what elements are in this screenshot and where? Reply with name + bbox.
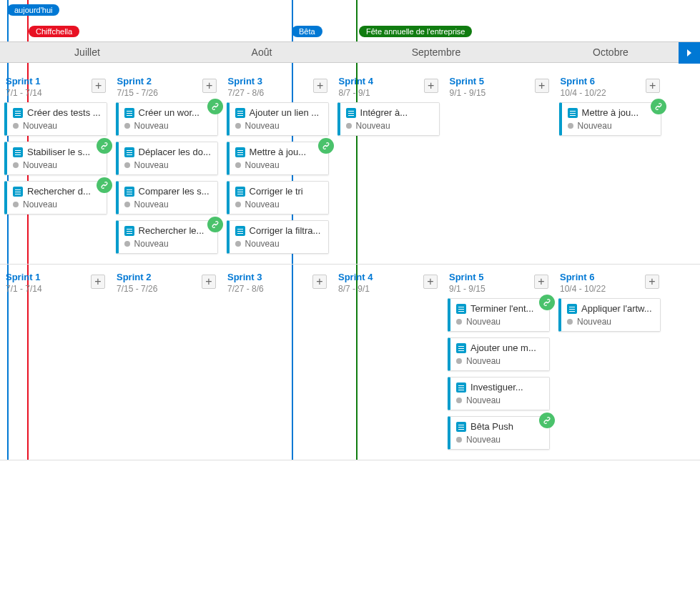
state-dot-icon <box>124 241 130 247</box>
work-item-card[interactable]: Mettre à jou...Nouveau <box>559 102 661 136</box>
sprint-title[interactable]: Sprint 1 <box>6 76 106 87</box>
state-dot-icon <box>235 202 241 207</box>
work-item-type-icon <box>13 108 23 118</box>
work-item-type-icon <box>124 187 134 197</box>
work-item-card[interactable]: Intégrer à...Nouveau <box>337 102 440 136</box>
work-item-card[interactable]: Ajouter un lien ...Nouveau <box>227 102 329 136</box>
work-item-card[interactable]: Corriger la filtra...Nouveau <box>227 220 329 254</box>
work-item-state: Nouveau <box>466 435 501 445</box>
work-item-title: Comparer les s... <box>139 186 209 197</box>
work-item-title: Déplacer les do... <box>139 147 211 157</box>
sprint-column: Sprint 610/4 - 10/22+Appliquer l'artw...… <box>554 265 665 460</box>
add-work-item-button[interactable]: + <box>424 79 438 93</box>
sprint-header: Sprint 48/7 - 9/1+ <box>337 73 440 102</box>
sprint-header: Sprint 59/1 - 9/15+ <box>448 73 551 102</box>
plus-icon: + <box>428 80 434 92</box>
sprint-header: Sprint 48/7 - 9/1+ <box>337 269 439 298</box>
add-work-item-button[interactable]: + <box>313 79 327 93</box>
sprint-header: Sprint 17/1 - 7/14+ <box>4 73 107 102</box>
work-item-card[interactable]: Mettre à jou...Nouveau <box>227 142 329 175</box>
state-dot-icon <box>13 202 19 207</box>
work-item-title: Mettre à jou... <box>582 107 639 118</box>
work-item-title: Créer des tests ... <box>27 107 101 118</box>
work-item-state: Nouveau <box>245 239 280 249</box>
plus-icon: + <box>95 80 102 92</box>
link-badge-icon <box>539 413 555 428</box>
sprint-column: Sprint 27/15 - 7/26+ <box>111 265 222 460</box>
work-item-state: Nouveau <box>23 121 57 131</box>
state-dot-icon <box>456 319 462 325</box>
work-item-title: Appliquer l'artw... <box>581 303 652 314</box>
sprint-title[interactable]: Sprint 6 <box>561 76 660 87</box>
add-work-item-button[interactable]: + <box>645 275 659 289</box>
chevron-right-icon <box>686 47 693 59</box>
add-work-item-button[interactable]: + <box>202 79 217 93</box>
state-dot-icon <box>235 162 241 168</box>
state-dot-icon <box>13 162 19 168</box>
work-item-state: Nouveau <box>245 121 280 131</box>
add-work-item-button[interactable]: + <box>646 79 660 93</box>
work-item-state: Nouveau <box>466 317 501 327</box>
work-item-state: Nouveau <box>245 199 280 209</box>
work-item-card[interactable]: Investiguer...Nouveau <box>448 377 550 410</box>
sprint-dates: 7/15 - 7/26 <box>117 88 217 98</box>
work-item-card[interactable]: Créer des tests ...Nouveau <box>4 102 107 136</box>
add-work-item-button[interactable]: + <box>92 79 106 93</box>
work-item-card[interactable]: Déplacer les do...Nouveau <box>116 142 218 175</box>
sprint-column: Sprint 17/1 - 7/14+ <box>0 265 111 460</box>
sprint-header: Sprint 37/27 - 8/6+ <box>227 73 329 102</box>
add-work-item-button[interactable]: + <box>423 275 438 289</box>
work-item-card[interactable]: Rechercher d...Nouveau <box>4 181 107 214</box>
sprint-title[interactable]: Sprint 4 <box>339 76 438 87</box>
work-item-state: Nouveau <box>578 121 612 131</box>
work-item-title: Corriger la filtra... <box>250 225 321 236</box>
work-item-card[interactable]: Stabiliser le s...Nouveau <box>4 142 107 175</box>
plus-icon: + <box>538 276 544 287</box>
sprint-title[interactable]: Sprint 2 <box>117 76 217 87</box>
state-dot-icon <box>235 241 241 247</box>
work-item-type-icon <box>235 226 245 236</box>
sprint-column: Sprint 59/1 - 9/15+Terminer l'ent...Nouv… <box>443 265 554 460</box>
work-item-card[interactable]: Créer un wor...Nouveau <box>116 102 218 136</box>
chiffchella-marker: Chiffchella <box>29 26 79 37</box>
add-work-item-button[interactable]: + <box>312 275 327 289</box>
work-item-card[interactable]: Ajouter une m...Nouveau <box>448 337 550 371</box>
work-item-card[interactable]: Comparer les s...Nouveau <box>116 181 218 214</box>
work-item-type-icon <box>567 304 577 314</box>
plus-icon: + <box>649 80 656 92</box>
work-item-title: Bêta Push <box>470 421 513 432</box>
work-item-title: Terminer l'ent... <box>470 303 533 314</box>
sprint-title[interactable]: Sprint 3 <box>228 76 327 87</box>
work-item-title: Ajouter un lien ... <box>250 107 320 118</box>
plus-icon: + <box>206 80 212 92</box>
add-work-item-button[interactable]: + <box>202 275 216 289</box>
work-item-card[interactable]: Corriger le triNouveau <box>227 181 329 214</box>
state-dot-icon <box>235 123 241 129</box>
beta-marker: Bêta <box>292 26 322 37</box>
work-item-title: Corriger le tri <box>250 186 303 197</box>
work-item-title: Rechercher le... <box>139 225 204 236</box>
work-item-card[interactable]: Rechercher le...Nouveau <box>116 220 218 254</box>
sprint-header: Sprint 27/15 - 7/26+ <box>116 73 218 102</box>
state-dot-icon <box>346 123 352 129</box>
sprint-header: Sprint 17/1 - 7/14+ <box>4 269 107 298</box>
work-item-card[interactable]: Bêta PushNouveau <box>448 416 550 450</box>
add-work-item-button[interactable]: + <box>534 275 548 289</box>
link-badge-icon <box>97 177 112 193</box>
add-work-item-button[interactable]: + <box>91 275 105 289</box>
sprint-header: Sprint 610/4 - 10/22+ <box>558 269 661 298</box>
state-dot-icon <box>456 398 462 403</box>
sprint-title[interactable]: Sprint 5 <box>450 76 549 87</box>
work-item-type-icon <box>124 147 134 157</box>
work-item-type-icon <box>124 226 134 236</box>
work-item-type-icon <box>235 187 245 197</box>
party-marker: Fête annuelle de l'entreprise <box>359 26 472 37</box>
work-item-card[interactable]: Terminer l'ent...Nouveau <box>448 298 550 332</box>
link-badge-icon <box>539 295 555 310</box>
add-work-item-button[interactable]: + <box>535 79 549 93</box>
scroll-right-button[interactable] <box>679 42 700 64</box>
sprint-column: Sprint 48/7 - 9/1+ <box>332 265 443 460</box>
sprint-header: Sprint 37/27 - 8/6+ <box>226 269 328 298</box>
work-item-card[interactable]: Appliquer l'artw...Nouveau <box>558 298 661 332</box>
work-item-title: Créer un wor... <box>139 107 199 118</box>
